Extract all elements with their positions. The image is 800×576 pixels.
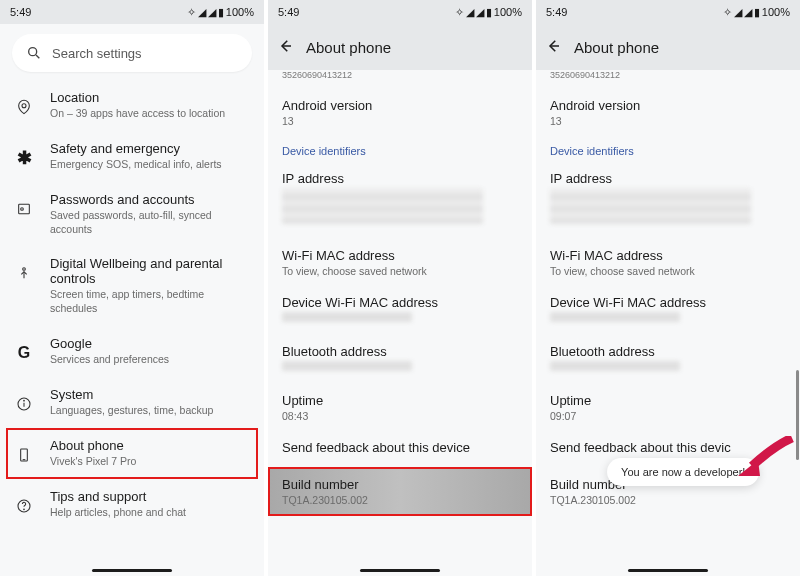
svg-point-2 bbox=[22, 104, 26, 108]
cell-icon: ◢ bbox=[208, 6, 216, 19]
android-version-row[interactable]: Android version 13 bbox=[282, 98, 518, 127]
asterisk-icon: ✱ bbox=[10, 144, 38, 172]
cell-icon: ◢ bbox=[744, 6, 752, 19]
blurred-value bbox=[282, 361, 412, 371]
wifi-mac-row[interactable]: Wi-Fi MAC address To view, choose saved … bbox=[550, 248, 786, 277]
about-topbar: About phone bbox=[536, 24, 800, 70]
battery-icon: ▮ bbox=[486, 6, 492, 19]
settings-list: LocationOn – 39 apps have access to loca… bbox=[0, 80, 264, 576]
battery-icon: ▮ bbox=[754, 6, 760, 19]
bluetooth-row[interactable]: Bluetooth address bbox=[282, 344, 518, 375]
blurred-value bbox=[282, 188, 483, 224]
setting-passwords[interactable]: Passwords and accountsSaved passwords, a… bbox=[6, 182, 258, 246]
setting-location[interactable]: LocationOn – 39 apps have access to loca… bbox=[6, 80, 258, 131]
device-wifi-mac-row[interactable]: Device Wi-Fi MAC address bbox=[550, 295, 786, 326]
bluetooth-row[interactable]: Bluetooth address bbox=[550, 344, 786, 375]
wifi-icon: ◢ bbox=[198, 6, 206, 19]
blurred-value bbox=[550, 361, 680, 371]
vibrate-icon: ✧ bbox=[455, 6, 464, 19]
search-placeholder: Search settings bbox=[52, 46, 142, 61]
clock: 5:49 bbox=[10, 6, 31, 18]
vibrate-icon: ✧ bbox=[723, 6, 732, 19]
cell-icon: ◢ bbox=[476, 6, 484, 19]
device-identifiers-header: Device identifiers bbox=[550, 145, 786, 157]
help-icon bbox=[10, 492, 38, 520]
svg-point-0 bbox=[29, 48, 37, 56]
android-version-row[interactable]: Android version 13 bbox=[550, 98, 786, 127]
status-bar: 5:49 ✧ ◢ ◢ ▮ 100% bbox=[268, 0, 532, 24]
status-icons: ✧ ◢ ◢ ▮ 100% bbox=[187, 6, 254, 19]
setting-google[interactable]: G GoogleServices and preferences bbox=[6, 326, 258, 377]
setting-tips[interactable]: Tips and supportHelp articles, phone and… bbox=[6, 479, 258, 530]
back-icon[interactable] bbox=[276, 37, 294, 58]
clock: 5:49 bbox=[546, 6, 567, 18]
svg-line-1 bbox=[36, 55, 39, 58]
feedback-row[interactable]: Send feedback about this device bbox=[282, 440, 518, 457]
setting-system[interactable]: SystemLanguages, gestures, time, backup bbox=[6, 377, 258, 428]
phone-icon bbox=[10, 441, 38, 469]
clock: 5:49 bbox=[278, 6, 299, 18]
wifi-icon: ◢ bbox=[734, 6, 742, 19]
svg-point-5 bbox=[23, 268, 26, 271]
search-settings-input[interactable]: Search settings bbox=[12, 34, 252, 72]
info-icon bbox=[10, 390, 38, 418]
feedback-row[interactable]: Send feedback about this devic bbox=[550, 440, 786, 457]
status-icons: ✧ ◢ ◢ ▮ 100% bbox=[455, 6, 522, 19]
setting-about-phone[interactable]: About phoneVivek's Pixel 7 Pro bbox=[6, 428, 258, 479]
ip-address-row[interactable]: IP address bbox=[282, 171, 518, 230]
blurred-value bbox=[550, 312, 680, 322]
wifi-icon: ◢ bbox=[466, 6, 474, 19]
ip-address-row[interactable]: IP address bbox=[550, 171, 786, 230]
gesture-nav-bar[interactable] bbox=[628, 569, 708, 572]
back-icon[interactable] bbox=[544, 37, 562, 58]
device-wifi-mac-row[interactable]: Device Wi-Fi MAC address bbox=[282, 295, 518, 326]
gesture-nav-bar[interactable] bbox=[360, 569, 440, 572]
battery-icon: ▮ bbox=[218, 6, 224, 19]
truncated-prev-value: 35260690413212 bbox=[550, 70, 786, 80]
page-title: About phone bbox=[306, 39, 391, 56]
svg-point-12 bbox=[24, 509, 25, 510]
truncated-prev-value: 35260690413212 bbox=[282, 70, 518, 80]
build-number-row[interactable]: Build number TQ1A.230105.002 bbox=[268, 467, 532, 516]
setting-wellbeing[interactable]: Digital Wellbeing and parental controlsS… bbox=[6, 246, 258, 325]
key-icon bbox=[10, 195, 38, 223]
google-icon: G bbox=[10, 339, 38, 367]
blurred-value bbox=[550, 188, 751, 224]
scrollbar[interactable] bbox=[796, 370, 799, 460]
svg-point-8 bbox=[24, 400, 25, 401]
blurred-value bbox=[282, 312, 412, 322]
status-bar: 5:49 ✧ ◢ ◢ ▮ 100% bbox=[0, 0, 264, 24]
device-identifiers-header: Device identifiers bbox=[282, 145, 518, 157]
page-title: About phone bbox=[574, 39, 659, 56]
status-icons: ✧ ◢ ◢ ▮ 100% bbox=[723, 6, 790, 19]
developer-toast: You are now a developer! bbox=[607, 458, 759, 486]
location-icon bbox=[10, 93, 38, 121]
gesture-nav-bar[interactable] bbox=[92, 569, 172, 572]
search-icon bbox=[26, 45, 42, 61]
about-topbar: About phone bbox=[268, 24, 532, 70]
uptime-row[interactable]: Uptime 09:07 bbox=[550, 393, 786, 422]
wifi-mac-row[interactable]: Wi-Fi MAC address To view, choose saved … bbox=[282, 248, 518, 277]
setting-safety[interactable]: ✱ Safety and emergencyEmergency SOS, med… bbox=[6, 131, 258, 182]
status-bar: 5:49 ✧ ◢ ◢ ▮ 100% bbox=[536, 0, 800, 24]
svg-point-4 bbox=[21, 208, 24, 211]
vibrate-icon: ✧ bbox=[187, 6, 196, 19]
uptime-row[interactable]: Uptime 08:43 bbox=[282, 393, 518, 422]
wellbeing-icon bbox=[10, 259, 38, 287]
